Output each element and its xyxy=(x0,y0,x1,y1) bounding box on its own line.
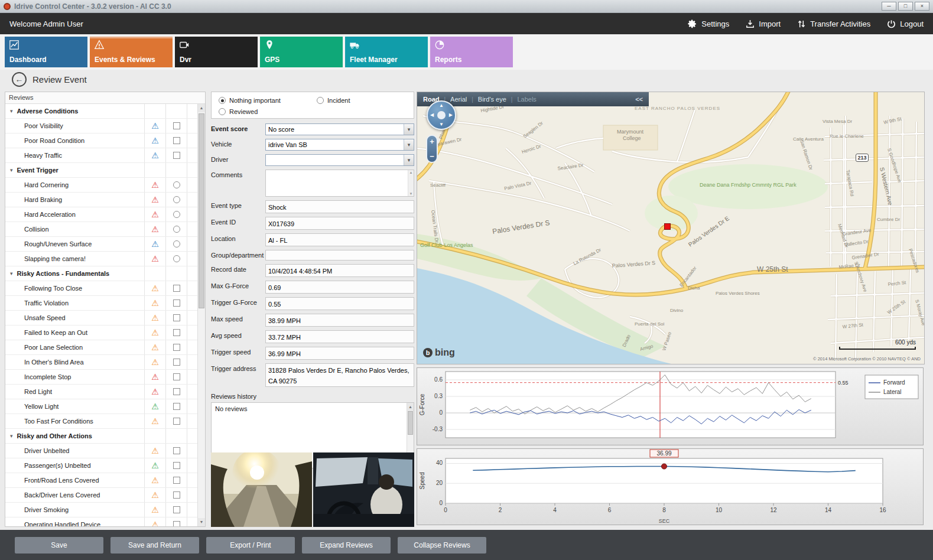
pan-down-icon[interactable]: ▼ xyxy=(439,122,444,127)
item-checkbox[interactable] xyxy=(173,447,180,454)
tree-item-unsafe-speed[interactable]: Unsafe Speed⚠ xyxy=(5,311,197,325)
status-option-incident[interactable]: Incident xyxy=(317,97,350,104)
item-radio[interactable] xyxy=(173,240,180,248)
minimize-button[interactable]: ─ xyxy=(882,2,896,11)
event-score-select[interactable]: No score▾ xyxy=(265,123,414,135)
status-option-nothing-important[interactable]: Nothing important xyxy=(219,97,281,104)
tab-dashboard[interactable]: Dashboard xyxy=(5,37,87,67)
tree-group-risky-and-other-actions[interactable]: ▾Risky and Other Actions xyxy=(5,429,197,444)
trigger-address-field[interactable]: 31828 Palos Verdes Dr E, Rancho Palos Ve… xyxy=(265,363,414,387)
location-field[interactable]: Al - FL xyxy=(265,233,414,246)
logout-button[interactable]: Logout xyxy=(887,19,924,28)
vehicle-select[interactable]: idrive Van SB▾ xyxy=(265,139,414,151)
map-canvas[interactable]: EAST RANCHO PALOS VERDESMarymountCollege… xyxy=(417,92,924,364)
record-date-field[interactable]: 10/4/2014 4:48:54 PM xyxy=(265,264,414,277)
tree-item-poor-road-condition[interactable]: Poor Road Condition⚠ xyxy=(5,134,197,148)
status-option-reviewed[interactable]: Reviewed xyxy=(219,108,258,115)
map-view-aerial[interactable]: Aerial xyxy=(450,96,467,103)
export-print-button[interactable]: Export / Print xyxy=(206,537,295,554)
item-radio[interactable] xyxy=(173,226,180,233)
item-checkbox[interactable] xyxy=(173,344,180,351)
group-department-field[interactable] xyxy=(265,250,414,261)
item-checkbox[interactable] xyxy=(173,506,180,513)
tree-item-following-too-close[interactable]: Following Too Close⚠ xyxy=(5,281,197,296)
max-speed-field[interactable]: 38.99 MPH xyxy=(265,314,414,327)
item-checkbox[interactable] xyxy=(173,403,180,410)
item-checkbox[interactable] xyxy=(173,521,180,526)
tree-item-front-road-lens-covered[interactable]: Front/Road Lens Covered⚠ xyxy=(5,473,197,488)
tree-item-poor-visibility[interactable]: Poor Visibility⚠ xyxy=(5,119,197,134)
driver-select[interactable]: ▾ xyxy=(265,154,414,166)
item-checkbox[interactable] xyxy=(173,285,180,292)
compass-center[interactable] xyxy=(437,111,446,119)
tree-item-hard-cornering[interactable]: Hard Cornering⚠ xyxy=(5,178,197,193)
item-checkbox[interactable] xyxy=(173,152,180,159)
item-checkbox[interactable] xyxy=(173,299,180,307)
tab-events[interactable]: Events & Reviews xyxy=(90,37,173,67)
collapse-chevron-icon[interactable]: ▾ xyxy=(10,104,13,118)
max-g-force-field[interactable]: 0.69 xyxy=(265,281,414,294)
event-id-field[interactable]: X017639 xyxy=(265,217,414,230)
tree-item-yellow-light[interactable]: Yellow Light⚠ xyxy=(5,399,197,414)
radio-icon[interactable] xyxy=(317,97,324,104)
tree-group-adverse-conditions[interactable]: ▾Adverse Conditions xyxy=(5,104,197,119)
item-radio[interactable] xyxy=(173,196,180,203)
tree-group-event-trigger[interactable]: ▾Event Trigger xyxy=(5,163,197,178)
collapse-chevron-icon[interactable]: ▾ xyxy=(10,163,13,177)
trigger-g-force-field[interactable]: 0.55 xyxy=(265,297,414,310)
textarea-scrollbar[interactable]: ▲▼ xyxy=(408,170,414,196)
comments-textarea[interactable]: ▲▼ xyxy=(265,170,414,197)
item-checkbox[interactable] xyxy=(173,373,180,380)
tree-item-traffic-violation[interactable]: Traffic Violation⚠ xyxy=(5,296,197,311)
scroll-down-icon[interactable]: ▼ xyxy=(198,518,205,526)
tree-item-poor-lane-selection[interactable]: Poor Lane Selection⚠ xyxy=(5,340,197,355)
tree-item-operating-handled-device[interactable]: Operating Handled Device⚠ xyxy=(5,517,197,526)
item-radio[interactable] xyxy=(173,181,180,188)
tree-item-passenger-s-unbelted[interactable]: Passenger(s) Unbelted⚠ xyxy=(5,458,197,473)
tab-reports[interactable]: Reports xyxy=(430,37,513,67)
scroll-thumb[interactable] xyxy=(199,113,204,308)
item-radio[interactable] xyxy=(173,211,180,218)
reviews-scrollbar[interactable]: ▲ ▼ xyxy=(197,104,205,526)
item-checkbox[interactable] xyxy=(173,329,180,336)
tree-item-hard-braking[interactable]: Hard Braking⚠ xyxy=(5,193,197,207)
back-button[interactable]: ← xyxy=(12,72,27,87)
item-checkbox[interactable] xyxy=(173,477,180,484)
expand-reviews-button[interactable]: Expand Reviews xyxy=(302,537,391,554)
item-checkbox[interactable] xyxy=(173,491,180,499)
map-view-labels[interactable]: Labels xyxy=(517,96,536,103)
save-button[interactable]: Save xyxy=(15,537,103,554)
settings-button[interactable]: Settings xyxy=(687,19,729,29)
scroll-up-icon[interactable]: ▲ xyxy=(407,403,414,411)
collapse-chevron-icon[interactable]: ▾ xyxy=(10,429,13,443)
trigger-speed-field[interactable]: 36.99 MPH xyxy=(265,347,414,360)
tree-item-too-fast-for-conditions[interactable]: Too Fast For Conditions⚠ xyxy=(5,414,197,429)
pan-up-icon[interactable]: ▲ xyxy=(439,103,444,108)
tree-item-red-light[interactable]: Red Light⚠ xyxy=(5,385,197,399)
map-pan-control[interactable]: ▲ ▼ ◀ ▶ xyxy=(427,100,456,130)
zoom-out-button[interactable]: − xyxy=(430,152,434,160)
collapse-chevron-icon[interactable]: ▾ xyxy=(10,266,13,281)
avg-speed-field[interactable]: 33.72 MPH xyxy=(265,330,414,343)
event-type-field[interactable]: Shock xyxy=(265,200,414,213)
tree-item-hard-acceleration[interactable]: Hard Acceleration⚠ xyxy=(5,207,197,222)
tree-item-in-other-s-blind-area[interactable]: In Other's Blind Area⚠ xyxy=(5,355,197,370)
maximize-button[interactable]: □ xyxy=(898,2,913,11)
tree-item-rough-uneven-surface[interactable]: Rough/Uneven Surface⚠ xyxy=(5,237,197,252)
map-zoom-control[interactable]: + − xyxy=(426,135,438,163)
tree-item-incomplete-stop[interactable]: Incomplete Stop⚠ xyxy=(5,370,197,385)
item-checkbox[interactable] xyxy=(173,314,180,321)
tree-item-failed-to-keep-an-out[interactable]: Failed to Keep an Out⚠ xyxy=(5,325,197,340)
tree-item-back-driver-lens-covered[interactable]: Back/Driver Lens Covered⚠ xyxy=(5,488,197,503)
pan-right-icon[interactable]: ▶ xyxy=(449,113,453,118)
item-checkbox[interactable] xyxy=(173,122,180,129)
item-checkbox[interactable] xyxy=(173,462,180,469)
map-view-bird-s-eye[interactable]: Bird's eye xyxy=(478,96,506,103)
tree-item-driver-unbelted[interactable]: Driver Unbelted⚠ xyxy=(5,444,197,458)
zoom-in-button[interactable]: + xyxy=(430,138,434,145)
item-checkbox[interactable] xyxy=(173,418,180,425)
front-road-camera-video[interactable] xyxy=(211,452,312,527)
tree-item-driver-smoking[interactable]: Driver Smoking⚠ xyxy=(5,503,197,517)
pan-left-icon[interactable]: ◀ xyxy=(430,113,434,118)
tab-fleet[interactable]: Fleet Manager xyxy=(345,37,428,67)
